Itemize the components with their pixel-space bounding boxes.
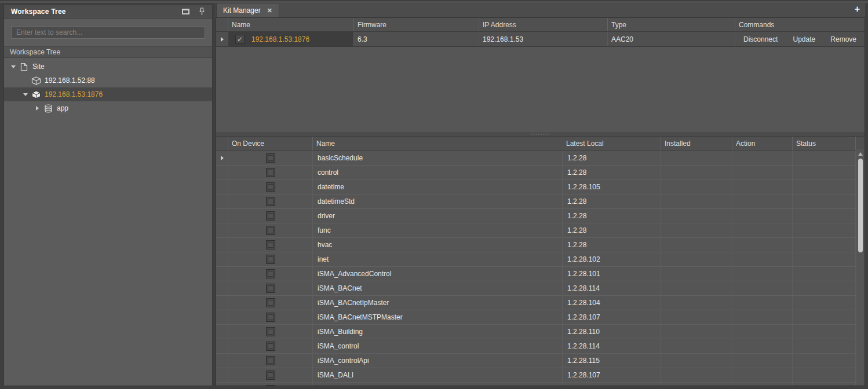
kit-action <box>732 354 793 368</box>
kit-row-datetimestd[interactable]: datetimeStd1.2.28 <box>216 195 865 209</box>
kit-on-device-cell <box>228 252 313 266</box>
on-device-checkbox[interactable] <box>266 356 275 365</box>
kit-on-device-cell <box>228 368 313 382</box>
kit-installed <box>661 267 732 281</box>
pin-icon[interactable] <box>199 8 205 16</box>
on-device-checkbox[interactable] <box>266 240 275 249</box>
kit-latest-local: 1.2.28 <box>563 195 661 208</box>
splitter-grip-icon: ········ <box>530 131 550 137</box>
on-device-checkbox[interactable] <box>266 226 275 235</box>
kit-on-device-cell <box>228 296 313 310</box>
kits-column-header-action[interactable]: Action <box>732 137 793 151</box>
on-device-checkbox[interactable] <box>266 385 275 386</box>
kit-row-isma-bacnetmstpmaster[interactable]: iSMA_BACnetMSTPMaster1.2.28.107 <box>216 310 865 325</box>
device-firmware: 6.3 <box>354 32 479 46</box>
on-device-checkbox[interactable] <box>266 197 275 206</box>
on-device-checkbox[interactable] <box>266 313 275 322</box>
on-device-checkbox[interactable] <box>266 182 275 192</box>
kit-row-indicator <box>216 368 228 382</box>
on-device-checkbox[interactable] <box>266 370 275 380</box>
device-name-cell[interactable]: 192.168.1.53:1876 <box>228 32 354 46</box>
kit-row-isma-controlapi[interactable]: iSMA_controlApi1.2.28.115 <box>216 354 865 368</box>
kit-row-isma-bacnet[interactable]: iSMA_BACnet1.2.28.114 <box>216 281 865 296</box>
on-device-checkbox[interactable] <box>266 153 275 163</box>
device-table-header: NameFirmwareIP AddressTypeCommands <box>216 18 865 32</box>
kit-row-hvac[interactable]: hvac1.2.28 <box>216 238 865 252</box>
kit-status <box>793 339 856 353</box>
kit-status <box>793 223 856 237</box>
device-checkbox[interactable] <box>235 35 245 44</box>
kit-latest-local: 1.2.28.107 <box>563 368 661 382</box>
kit-action <box>732 252 793 266</box>
device-column-header-firmware[interactable]: Firmware <box>354 18 479 31</box>
on-device-checkbox[interactable] <box>266 342 275 351</box>
kit-status <box>793 383 856 386</box>
device-name: 192.168.1.53:1876 <box>251 35 309 43</box>
kit-row-isma-datetime[interactable]: iSMA_datetime1.2.28.1 <box>216 383 865 386</box>
kit-installed <box>661 195 732 208</box>
kit-row-inet[interactable]: inet1.2.28.102 <box>216 252 865 267</box>
scroll-up-arrow-icon[interactable] <box>858 152 863 156</box>
kit-action <box>732 339 793 353</box>
kit-row-driver[interactable]: driver1.2.28 <box>216 209 865 223</box>
kit-row-datetime[interactable]: datetime1.2.28.105 <box>216 180 865 195</box>
kits-column-header-name[interactable]: Name <box>313 137 563 151</box>
add-tab-icon[interactable]: + <box>855 4 860 14</box>
tab-close-icon[interactable]: ✕ <box>267 7 272 14</box>
on-device-checkbox[interactable] <box>266 284 275 293</box>
kits-vertical-scrollbar[interactable] <box>856 149 865 386</box>
kit-installed <box>661 151 732 165</box>
kit-row-basicschedule[interactable]: basicSchedule1.2.28 <box>216 151 865 166</box>
caret-right-icon[interactable] <box>33 106 42 111</box>
kit-status <box>793 368 856 382</box>
kit-name: iSMA_datetime <box>313 383 563 386</box>
on-device-checkbox[interactable] <box>266 211 275 221</box>
tab-bar: Kit Manager ✕ + <box>216 3 865 17</box>
tree-item-site[interactable]: Site <box>4 60 212 74</box>
device-column-header-name[interactable]: Name <box>228 18 354 31</box>
kits-column-header-status[interactable]: Status <box>793 137 856 151</box>
kit-row-isma-bacnetipmaster[interactable]: iSMA_BACnetIpMaster1.2.28.104 <box>216 296 865 310</box>
kit-installed <box>661 354 732 368</box>
device-column-header-commands[interactable]: Commands <box>735 18 865 31</box>
on-device-checkbox[interactable] <box>266 298 275 307</box>
tree-item-192-168-1-53-1876[interactable]: 192.168.1.53:1876 <box>4 87 212 101</box>
kit-name: func <box>313 223 563 237</box>
on-device-checkbox[interactable] <box>266 327 275 336</box>
tab-kit-manager[interactable]: Kit Manager ✕ <box>216 3 279 17</box>
kit-latest-local: 1.2.28.101 <box>563 267 661 281</box>
kits-column-header-on-device[interactable]: On Device <box>228 137 313 151</box>
kit-latest-local: 1.2.28.1 <box>563 383 661 386</box>
restore-window-icon[interactable] <box>182 9 189 14</box>
device-column-header-ip-address[interactable]: IP Address <box>479 18 608 31</box>
tree-item-192-168-1-52-88[interactable]: 192.168.1.52:88 <box>4 74 212 87</box>
kit-row-isma-advancedcontrol[interactable]: iSMA_AdvancedControl1.2.28.101 <box>216 267 865 281</box>
kit-on-device-cell <box>228 281 313 295</box>
search-input[interactable] <box>11 26 205 39</box>
kit-row-isma-dali[interactable]: iSMA_DALI1.2.28.107 <box>216 368 865 383</box>
command-update-button[interactable]: Update <box>793 35 815 43</box>
tree-item-label: 192.168.1.52:88 <box>45 76 95 85</box>
horizontal-splitter[interactable]: ········ <box>216 133 865 137</box>
on-device-checkbox[interactable] <box>266 255 275 264</box>
kit-row-isma-building[interactable]: iSMA_Building1.2.28.110 <box>216 325 865 339</box>
kit-row-isma-control[interactable]: iSMA_control1.2.28.114 <box>216 339 865 354</box>
command-disconnect-button[interactable]: Disconnect <box>743 35 778 43</box>
device-column-header-type[interactable]: Type <box>608 18 735 31</box>
kit-name: iSMA_DALI <box>313 368 563 382</box>
caret-down-icon[interactable] <box>9 65 17 68</box>
device-row[interactable]: 192.168.1.53:18766.3192.168.1.53AAC20Dis… <box>216 32 865 47</box>
on-device-checkbox[interactable] <box>266 269 275 278</box>
kit-row-control[interactable]: control1.2.28 <box>216 166 865 180</box>
tree-item-app[interactable]: app <box>4 101 212 115</box>
scrollbar-thumb[interactable] <box>858 159 863 252</box>
kit-name: hvac <box>313 238 563 252</box>
application-window: Workspace Tree Workspace Tree Site192.16… <box>0 0 868 389</box>
kit-row-func[interactable]: func1.2.28 <box>216 223 865 238</box>
command-remove-button[interactable]: Remove <box>830 35 856 43</box>
kits-column-header-installed[interactable]: Installed <box>661 137 732 151</box>
caret-down-icon[interactable] <box>21 93 30 96</box>
kit-installed <box>661 166 732 179</box>
kits-column-header-latest-local[interactable]: Latest Local <box>563 137 661 151</box>
on-device-checkbox[interactable] <box>266 168 275 177</box>
